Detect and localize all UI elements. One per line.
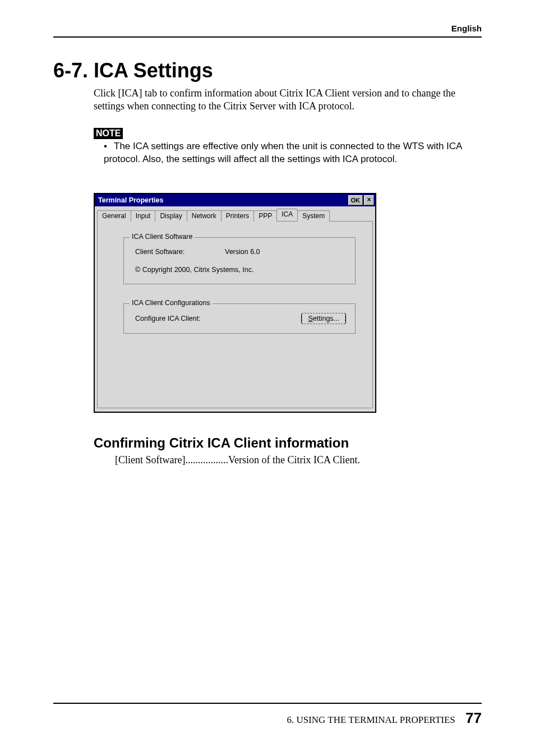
copyright-text: © Copyright 2000, Citrix Systems, Inc.: [135, 266, 346, 274]
configure-client-label: Configure ICA Client:: [135, 315, 201, 322]
settings-button[interactable]: Settings...: [301, 314, 346, 323]
tab-strip: General Input Display Network Printers P…: [95, 206, 375, 221]
tab-system[interactable]: System: [297, 210, 330, 222]
bullet-icon: •: [104, 140, 114, 153]
settings-button-rest: ettings...: [313, 315, 339, 322]
window-titlebar: Terminal Properties OK ×: [95, 194, 375, 206]
page-footer: 6. USING THE TERMINAL PROPERTIES 77: [53, 703, 482, 727]
terminal-properties-window: Terminal Properties OK × General Input D…: [94, 193, 376, 413]
group-legend-config: ICA Client Configurations: [130, 299, 213, 307]
settings-button-accel: S: [308, 315, 312, 322]
page-number: 77: [465, 709, 482, 726]
tab-printers[interactable]: Printers: [221, 210, 254, 222]
footer-rule: [53, 703, 482, 704]
group-ica-client-config: ICA Client Configurations Configure ICA …: [123, 303, 356, 334]
tab-ppp[interactable]: PPP: [253, 210, 277, 222]
page: English 6-7. ICA Settings Click [ICA] ta…: [0, 0, 535, 756]
tab-network[interactable]: Network: [187, 210, 222, 222]
note-text: The ICA settings are effective only when…: [104, 141, 462, 164]
tab-display[interactable]: Display: [155, 210, 187, 222]
footer-chapter: 6. USING THE TERMINAL PROPERTIES: [287, 714, 455, 725]
tab-ica[interactable]: ICA: [276, 209, 298, 221]
language-header: English: [53, 24, 482, 38]
client-software-version: Version 6.0: [225, 248, 260, 256]
note-item: •The ICA settings are effective only whe…: [104, 140, 482, 166]
subsection-heading: Confirming Citrix ICA Client information: [94, 435, 482, 451]
tab-panel-ica: ICA Client Software Client Software: Ver…: [97, 221, 373, 408]
client-software-label: Client Software:: [135, 248, 225, 256]
group-ica-client-software: ICA Client Software Client Software: Ver…: [123, 237, 356, 284]
note-badge: NOTE: [94, 128, 123, 139]
section-heading: 6-7. ICA Settings: [53, 59, 482, 82]
group-legend-software: ICA Client Software: [130, 233, 195, 241]
tab-input[interactable]: Input: [131, 210, 156, 222]
window-title: Terminal Properties: [98, 196, 348, 204]
close-icon[interactable]: ×: [364, 195, 374, 205]
tab-general[interactable]: General: [97, 210, 131, 222]
subsection-item: [Client Software].................Versio…: [115, 454, 482, 466]
intro-paragraph: Click [ICA] tab to confirm information a…: [94, 87, 482, 113]
ok-button[interactable]: OK: [348, 195, 363, 205]
